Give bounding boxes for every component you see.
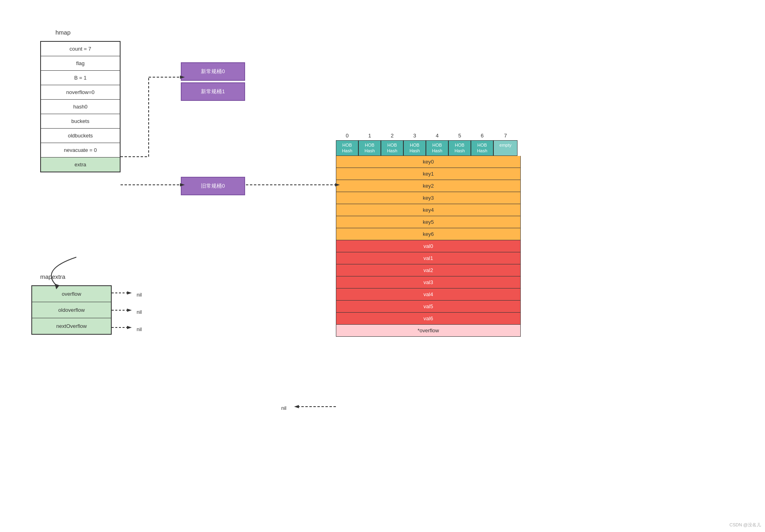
col-numbers-row: 0 1 2 3 4 5 6 7: [336, 133, 521, 140]
key-row-2: key2: [336, 180, 521, 192]
mapextra-nextoverflow: nextOverflow: [32, 318, 111, 334]
hmap-b: B = 1: [41, 71, 120, 85]
hmap-nevacuate: nevacuate = 0: [41, 143, 120, 158]
nil-oldoverflow: nil: [137, 309, 142, 315]
hmap-extra: extra: [41, 158, 120, 172]
nil-bottom: nil: [281, 405, 286, 411]
svg-marker-14: [127, 326, 132, 329]
hob-empty: empty: [493, 140, 518, 156]
old-bucket-0: 旧常规桶0: [181, 177, 245, 195]
val-row-2: val2: [336, 264, 521, 276]
hob-0: HOBHash: [336, 140, 358, 156]
hmap-flag: flag: [41, 56, 120, 71]
new-bucket-0: 新常规桶0: [181, 62, 245, 81]
key-row-4: key4: [336, 204, 521, 216]
col-3: 3: [403, 133, 426, 140]
mapextra-overflow: overflow: [32, 286, 111, 302]
hmap-struct: count = 7 flag B = 1 noverflow=0 hash0 b…: [40, 41, 121, 172]
bucket-detail: 0 1 2 3 4 5 6 7 HOBHash HOBHash HOBHash …: [336, 133, 521, 337]
col-4: 4: [426, 133, 448, 140]
hob-4: HOBHash: [426, 140, 448, 156]
svg-marker-12: [127, 309, 132, 312]
hob-3: HOBHash: [403, 140, 426, 156]
svg-marker-16: [294, 405, 299, 408]
old-buckets-container: 旧常规桶0: [181, 177, 245, 195]
hob-5: HOBHash: [448, 140, 471, 156]
col-1: 1: [358, 133, 381, 140]
key-row-6: key6: [336, 228, 521, 240]
watermark: CSDN @没名儿: [730, 522, 761, 528]
val-row-3: val3: [336, 276, 521, 289]
val-row-5: val5: [336, 301, 521, 313]
overflow-row: *overflow: [336, 325, 521, 337]
col-6: 6: [471, 133, 493, 140]
key-row-0: key0: [336, 156, 521, 168]
hob-1: HOBHash: [358, 140, 381, 156]
col-2: 2: [381, 133, 403, 140]
hmap-hash0: hash0: [41, 100, 120, 114]
hmap-oldbuckets: oldbuckets: [41, 129, 120, 143]
val-row-4: val4: [336, 289, 521, 301]
hob-6: HOBHash: [471, 140, 493, 156]
nil-nextoverflow: nil: [137, 326, 142, 332]
hob-2: HOBHash: [381, 140, 403, 156]
key-row-1: key1: [336, 168, 521, 180]
svg-marker-10: [127, 291, 132, 295]
col-7: 7: [493, 133, 518, 140]
key-row-5: key5: [336, 216, 521, 228]
col-5: 5: [448, 133, 471, 140]
new-buckets-container: 新常规桶0 新常规桶1: [181, 62, 245, 102]
mapextra-label: mapextra: [40, 273, 65, 280]
mapextra-oldoverflow: oldoverflow: [32, 302, 111, 318]
nil-overflow: nil: [137, 292, 142, 298]
val-row-0: val0: [336, 240, 521, 252]
hmap-buckets: buckets: [41, 114, 120, 129]
hmap-label: hmap: [55, 29, 71, 36]
hmap-noverflow: noverflow=0: [41, 85, 120, 100]
val-row-6: val6: [336, 313, 521, 325]
hob-header-row: HOBHash HOBHash HOBHash HOBHash HOBHash …: [336, 140, 521, 156]
diagram-container: hmap count = 7 flag B = 1 noverflow=0 ha…: [0, 0, 765, 532]
val-row-1: val1: [336, 252, 521, 264]
mapextra-struct: overflow oldoverflow nextOverflow: [31, 285, 112, 335]
col-0: 0: [336, 133, 358, 140]
new-bucket-1: 新常规桶1: [181, 82, 245, 101]
key-row-3: key3: [336, 192, 521, 204]
hmap-count: count = 7: [41, 42, 120, 56]
